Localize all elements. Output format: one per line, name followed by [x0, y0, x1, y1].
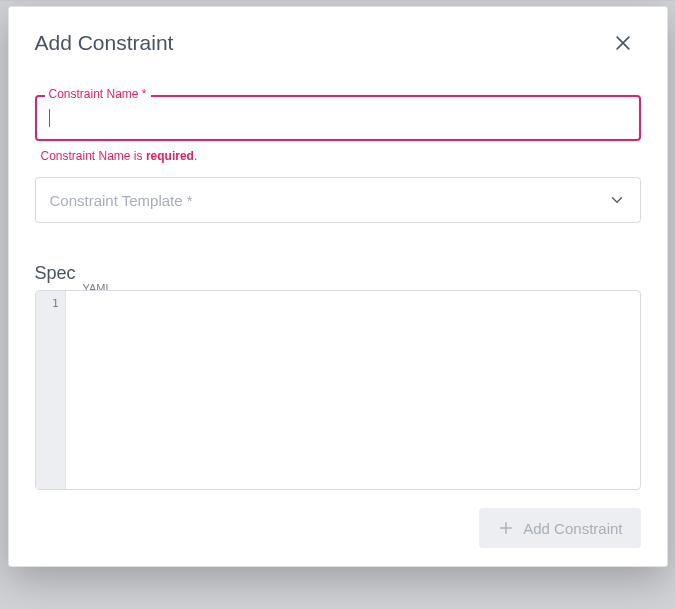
modal-title: Add Constraint	[35, 31, 174, 55]
close-icon	[613, 33, 633, 53]
modal-header: Add Constraint	[9, 7, 667, 67]
close-button[interactable]	[605, 25, 641, 61]
yaml-editor-wrap: YAML 1	[35, 290, 641, 490]
chevron-down-icon	[608, 191, 626, 209]
error-prefix: Constraint Name is	[41, 149, 146, 163]
constraint-name-field: Constraint Name * Constraint Name is req…	[35, 95, 641, 163]
add-constraint-modal: Add Constraint Constraint Name * Constra…	[8, 6, 668, 567]
constraint-name-input[interactable]	[50, 110, 627, 127]
modal-overlay: Add Constraint Constraint Name * Constra…	[0, 0, 675, 609]
constraint-template-placeholder: Constraint Template *	[50, 192, 193, 209]
yaml-gutter: 1	[36, 291, 66, 489]
constraint-name-box[interactable]	[35, 95, 641, 141]
yaml-code[interactable]	[66, 291, 640, 489]
gutter-line-1: 1	[36, 297, 59, 310]
constraint-template-select[interactable]: Constraint Template *	[35, 177, 641, 223]
constraint-name-error: Constraint Name is required.	[41, 149, 639, 163]
spec-heading: Spec	[35, 263, 641, 284]
add-constraint-button[interactable]: Add Constraint	[479, 508, 640, 548]
error-suffix: .	[194, 149, 197, 163]
add-constraint-button-label: Add Constraint	[523, 520, 622, 537]
modal-footer: Add Constraint	[9, 490, 667, 548]
plus-icon	[497, 519, 515, 537]
error-bold: required	[146, 149, 194, 163]
modal-body: Constraint Name * Constraint Name is req…	[9, 67, 667, 490]
constraint-name-label: Constraint Name *	[45, 87, 151, 101]
yaml-editor[interactable]: 1	[35, 290, 641, 490]
